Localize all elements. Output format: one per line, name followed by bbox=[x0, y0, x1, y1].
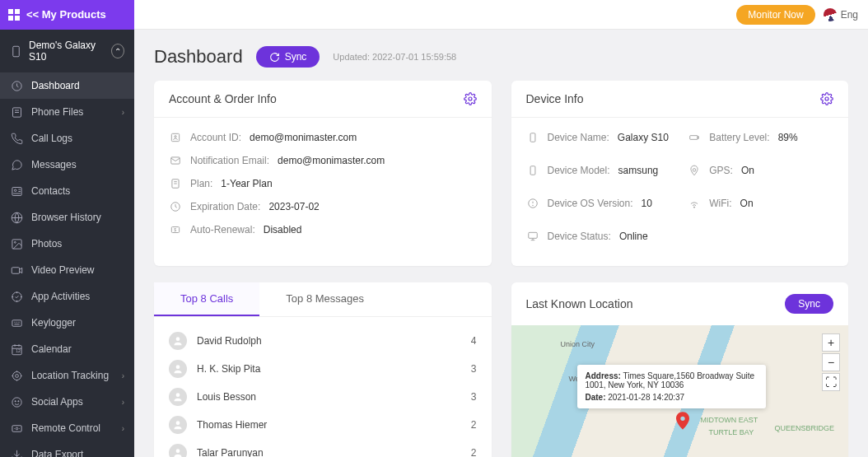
sidebar-device[interactable]: Demo's Galaxy S10 ⌃ bbox=[0, 30, 134, 72]
sidebar-item-label: Remote Control bbox=[31, 422, 100, 434]
call-name: Louis Besson bbox=[197, 391, 287, 403]
map-popup: Address: Times Square,1560 Broadway Suit… bbox=[577, 365, 767, 408]
avatar-icon bbox=[169, 416, 187, 434]
info-icon bbox=[688, 131, 701, 144]
monitor-now-button[interactable]: Monitor Now bbox=[736, 5, 814, 25]
call-count: 3 bbox=[460, 363, 477, 375]
sidebar-item-data-export[interactable]: Data Export bbox=[0, 441, 134, 457]
avatar-icon bbox=[169, 388, 187, 406]
sidebar-icon bbox=[10, 263, 23, 277]
sidebar-item-label: Data Export bbox=[31, 449, 83, 457]
sidebar-item-label: App Activities bbox=[31, 291, 90, 302]
map[interactable]: Union City Wee HUDSON YARDS MIDTOWN EAST… bbox=[511, 325, 849, 457]
info-value: On bbox=[740, 198, 754, 209]
sidebar-item-remote-control[interactable]: Remote Control› bbox=[0, 415, 134, 441]
svg-point-51 bbox=[176, 393, 180, 397]
sidebar-item-contacts[interactable]: Contacts bbox=[0, 178, 134, 204]
zoom-out-button[interactable]: − bbox=[822, 353, 840, 371]
avatar-icon bbox=[169, 332, 187, 350]
my-products-link[interactable]: << My Products bbox=[0, 0, 134, 30]
sidebar-icon bbox=[10, 79, 23, 92]
svg-point-26 bbox=[469, 97, 472, 100]
info-label: Auto-Renewal: bbox=[190, 224, 255, 235]
sidebar-icon bbox=[10, 105, 23, 119]
call-bar bbox=[297, 338, 450, 343]
svg-point-50 bbox=[176, 365, 180, 369]
svg-rect-0 bbox=[13, 46, 20, 57]
sidebar-item-keylogger[interactable]: Keylogger bbox=[0, 310, 134, 336]
device-info-row: Device OS Version: 10 bbox=[526, 197, 672, 210]
updated-text: Updated: 2022-07-01 15:59:58 bbox=[333, 52, 456, 62]
gear-icon[interactable] bbox=[464, 92, 477, 105]
svg-rect-10 bbox=[12, 267, 19, 273]
call-count: 4 bbox=[460, 335, 477, 347]
svg-rect-37 bbox=[530, 133, 535, 142]
avatar-icon bbox=[169, 444, 187, 457]
sidebar-icon bbox=[10, 369, 23, 382]
info-label: Device Status: bbox=[548, 231, 611, 242]
svg-point-44 bbox=[532, 205, 533, 206]
language-selector[interactable]: Eng bbox=[824, 8, 858, 21]
sync-button[interactable]: Sync bbox=[256, 46, 320, 68]
info-label: Device OS Version: bbox=[548, 198, 633, 209]
svg-rect-39 bbox=[698, 137, 698, 138]
sidebar-icon bbox=[10, 132, 23, 145]
fullscreen-button[interactable]: ⛶ bbox=[822, 373, 840, 391]
svg-rect-38 bbox=[690, 136, 698, 140]
sidebar-item-label: Keylogger bbox=[31, 317, 76, 329]
sidebar-item-label: Social Apps bbox=[31, 396, 83, 408]
info-label: Device Name: bbox=[548, 132, 609, 143]
device-info-row: GPS:On bbox=[688, 164, 833, 177]
sidebar-item-messages[interactable]: Messages bbox=[0, 152, 134, 178]
sync-location-button[interactable]: Sync bbox=[785, 294, 833, 314]
sidebar-item-dashboard[interactable]: Dashboard bbox=[0, 72, 134, 99]
sidebar-item-label: Calendar bbox=[31, 343, 72, 355]
map-place-label: QUEENSBRIDGE bbox=[775, 424, 835, 432]
gear-icon[interactable] bbox=[820, 92, 833, 105]
sidebar-item-social-apps[interactable]: Social Apps› bbox=[0, 389, 134, 415]
sidebar-item-browser-history[interactable]: Browser History bbox=[0, 204, 134, 231]
sidebar-item-call-logs[interactable]: Call Logs bbox=[0, 125, 134, 152]
info-value: Disabled bbox=[264, 224, 302, 235]
device-info-row: Device Status:Online bbox=[526, 230, 672, 243]
info-icon: $ bbox=[169, 223, 182, 236]
sidebar-icon bbox=[10, 290, 23, 303]
account-info-row: Plan: 1-Year Plan bbox=[169, 177, 477, 190]
zoom-in-button[interactable]: + bbox=[822, 333, 840, 352]
map-pin-icon bbox=[676, 412, 689, 430]
tab-messages[interactable]: Top 8 Messages bbox=[259, 282, 390, 316]
tab-calls[interactable]: Top 8 Calls bbox=[154, 282, 259, 316]
svg-text:12: 12 bbox=[16, 348, 21, 353]
sidebar-item-video-preview[interactable]: Video Preview bbox=[0, 257, 134, 283]
info-value: 1-Year Plan bbox=[221, 178, 272, 189]
sidebar-icon bbox=[10, 448, 23, 457]
device-info-row: Device Model: samsung bbox=[526, 164, 672, 177]
svg-point-24 bbox=[16, 427, 18, 430]
svg-point-21 bbox=[15, 400, 16, 401]
sidebar-icon bbox=[10, 316, 23, 329]
sidebar-item-calendar[interactable]: 12Calendar bbox=[0, 336, 134, 362]
top-calls-card: Top 8 Calls Top 8 Messages David Rudolph… bbox=[154, 282, 492, 457]
sidebar-item-app-activities[interactable]: App Activities bbox=[0, 283, 134, 310]
sidebar-item-phone-files[interactable]: Phone Files› bbox=[0, 99, 134, 125]
sidebar-device-label: Demo's Galaxy S10 bbox=[29, 40, 105, 63]
svg-point-18 bbox=[15, 374, 18, 377]
call-name: H. K. Skip Pita bbox=[197, 363, 287, 375]
call-row: H. K. Skip Pita3 bbox=[169, 355, 477, 383]
info-label: Battery Level: bbox=[709, 132, 769, 143]
device-info-card: Device Info Device Name:Galaxy S10Batter… bbox=[511, 81, 849, 266]
svg-point-19 bbox=[12, 371, 21, 380]
call-row: Louis Besson3 bbox=[169, 383, 477, 411]
sidebar-item-location-tracking[interactable]: Location Tracking› bbox=[0, 362, 134, 389]
call-bar bbox=[297, 394, 450, 399]
svg-rect-29 bbox=[171, 157, 180, 164]
chevron-right-icon: › bbox=[122, 424, 124, 433]
date-label: Date: bbox=[586, 393, 606, 402]
svg-point-52 bbox=[176, 421, 180, 425]
info-icon bbox=[526, 230, 539, 243]
chevron-right-icon: › bbox=[122, 371, 124, 380]
sidebar-item-photos[interactable]: Photos bbox=[0, 231, 134, 257]
account-info-row: Account ID: demo@monimaster.com bbox=[169, 131, 477, 144]
info-icon bbox=[169, 131, 182, 144]
sidebar-item-label: Browser History bbox=[31, 212, 101, 223]
